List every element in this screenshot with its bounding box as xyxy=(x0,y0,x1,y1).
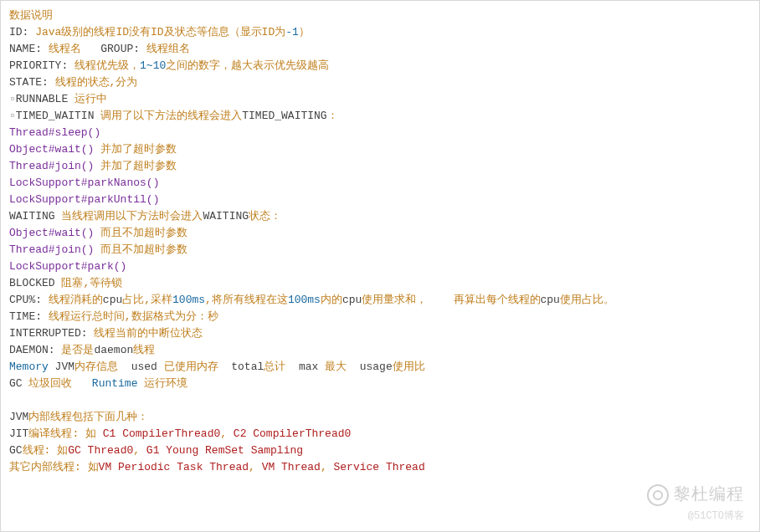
method-parkuntil: LockSupport#parkUntil() xyxy=(9,192,751,208)
method-wait-timeout: Object#wait() 并加了超时参数 xyxy=(9,141,751,158)
row-name: NAME: 线程名 GROUP: 线程组名 xyxy=(9,41,751,58)
row-runnable: ▫RUNNABLE 运行中 xyxy=(9,91,751,108)
method-join-timeout: Thread#join() 并加了超时参数 xyxy=(9,158,751,175)
row-timed-waiting: ▫TIMED_WAITIN 调用了以下方法的线程会进入TIMED_WAITING… xyxy=(9,108,751,125)
watermark-main: 黎杜编程 xyxy=(647,484,744,506)
row-waiting: WAITING 当线程调用以下方法时会进入WAITING状态： xyxy=(9,208,751,225)
row-memory: Memory JVM内存信息 used 已使用内存 total总计 max 最大… xyxy=(9,359,751,376)
row-blocked: BLOCKED 阻塞,等待锁 xyxy=(9,275,751,292)
method-wait: Object#wait() 而且不加超时参数 xyxy=(9,225,751,242)
row-gc-threads: GC线程: 如GC Thread0, G1 Young RemSet Sampl… xyxy=(9,442,751,459)
wechat-icon xyxy=(647,484,669,506)
method-sleep: Thread#sleep() xyxy=(9,125,751,141)
row-cpu: CPU%: 线程消耗的cpu占比,采样100ms,将所有线程在这100ms内的c… xyxy=(9,292,751,309)
title: 数据说明 xyxy=(9,8,751,24)
row-jit: JIT编译线程: 如 C1 CompilerThread0, C2 Compil… xyxy=(9,426,751,442)
row-time: TIME: 线程运行总时间,数据格式为分：秒 xyxy=(9,309,751,325)
row-id: ID: Java级别的线程ID没有ID及状态等信息（显示ID为-1） xyxy=(9,24,751,41)
method-park: LockSupport#park() xyxy=(9,258,751,275)
row-interrupted: INTERRUPTED: 线程当前的中断位状态 xyxy=(9,325,751,342)
row-priority: PRIORITY: 线程优先级，1~10之间的数字，越大表示优先级越高 xyxy=(9,58,751,74)
watermark-sub: @51CTO博客 xyxy=(688,508,744,524)
row-state: STATE: 线程的状态,分为 xyxy=(9,74,751,91)
blank xyxy=(9,392,751,409)
method-parknanos: LockSupport#parkNanos() xyxy=(9,175,751,192)
row-gc: GC 垃圾回收 Runtime 运行环境 xyxy=(9,376,751,392)
row-internal-hdr: JVM内部线程包括下面几种： xyxy=(9,409,751,426)
row-other-threads: 其它内部线程: 如VM Periodic Task Thread, VM Thr… xyxy=(9,459,751,476)
row-daemon: DAEMON: 是否是daemon线程 xyxy=(9,342,751,359)
method-join: Thread#join() 而且不加超时参数 xyxy=(9,242,751,258)
